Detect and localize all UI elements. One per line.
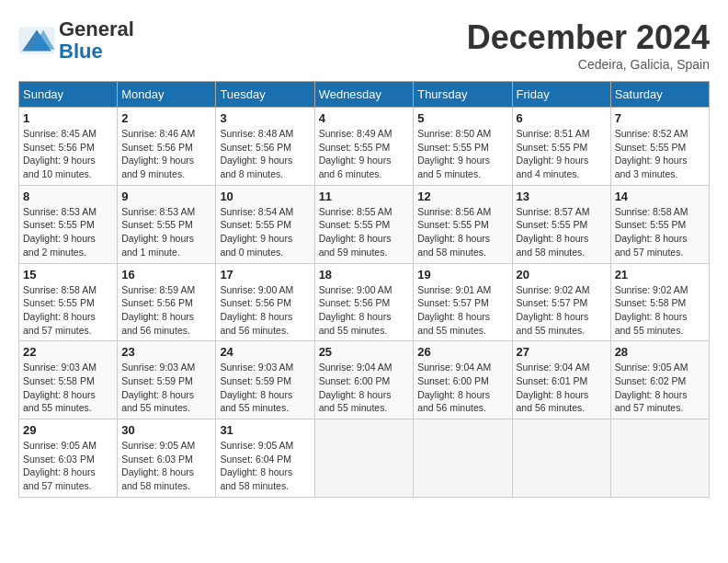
calendar-cell bbox=[610, 419, 709, 498]
calendar-cell: 12Sunrise: 8:56 AM Sunset: 5:55 PM Dayli… bbox=[414, 185, 512, 263]
day-info: Sunrise: 8:56 AM Sunset: 5:55 PM Dayligh… bbox=[417, 205, 507, 259]
calendar-cell: 10Sunrise: 8:54 AM Sunset: 5:55 PM Dayli… bbox=[216, 185, 314, 263]
calendar-cell: 9Sunrise: 8:53 AM Sunset: 5:55 PM Daylig… bbox=[118, 185, 216, 263]
calendar-header-row: SundayMondayTuesdayWednesdayThursdayFrid… bbox=[19, 82, 710, 108]
col-header-tuesday: Tuesday bbox=[216, 82, 314, 108]
day-number: 29 bbox=[23, 423, 113, 437]
day-info: Sunrise: 9:00 AM Sunset: 5:56 PM Dayligh… bbox=[319, 283, 410, 338]
day-number: 19 bbox=[417, 268, 507, 282]
day-info: Sunrise: 9:05 AM Sunset: 6:03 PM Dayligh… bbox=[23, 439, 113, 493]
logo: General Blue bbox=[18, 18, 134, 63]
col-header-monday: Monday bbox=[118, 82, 216, 108]
day-info: Sunrise: 9:04 AM Sunset: 6:01 PM Dayligh… bbox=[517, 361, 607, 415]
day-info: Sunrise: 9:04 AM Sunset: 6:00 PM Dayligh… bbox=[319, 361, 410, 415]
day-number: 25 bbox=[319, 345, 410, 359]
calendar-cell: 16Sunrise: 8:59 AM Sunset: 5:56 PM Dayli… bbox=[118, 263, 216, 341]
day-number: 10 bbox=[220, 190, 310, 203]
calendar-cell: 3Sunrise: 8:48 AM Sunset: 5:56 PM Daylig… bbox=[216, 108, 314, 186]
day-info: Sunrise: 9:03 AM Sunset: 5:59 PM Dayligh… bbox=[121, 361, 211, 415]
calendar-cell bbox=[512, 419, 610, 498]
logo-blue: Blue bbox=[59, 40, 103, 63]
col-header-saturday: Saturday bbox=[610, 82, 709, 108]
page-header: General Blue December 2024 Cedeira, Gali… bbox=[18, 18, 710, 72]
day-info: Sunrise: 8:49 AM Sunset: 5:55 PM Dayligh… bbox=[319, 127, 410, 181]
day-info: Sunrise: 8:52 AM Sunset: 5:55 PM Dayligh… bbox=[615, 127, 705, 181]
col-header-thursday: Thursday bbox=[414, 82, 512, 108]
calendar-cell: 25Sunrise: 9:04 AM Sunset: 6:00 PM Dayli… bbox=[314, 341, 414, 419]
calendar-cell: 18Sunrise: 9:00 AM Sunset: 5:56 PM Dayli… bbox=[314, 263, 414, 341]
col-header-wednesday: Wednesday bbox=[314, 82, 414, 108]
calendar-cell: 24Sunrise: 9:03 AM Sunset: 5:59 PM Dayli… bbox=[216, 341, 314, 419]
calendar-cell: 1Sunrise: 8:45 AM Sunset: 5:56 PM Daylig… bbox=[19, 108, 118, 186]
col-header-friday: Friday bbox=[512, 82, 610, 108]
day-number: 23 bbox=[121, 345, 211, 359]
calendar-cell bbox=[414, 419, 512, 498]
calendar-cell: 19Sunrise: 9:01 AM Sunset: 5:57 PM Dayli… bbox=[414, 263, 512, 341]
day-info: Sunrise: 9:02 AM Sunset: 5:57 PM Dayligh… bbox=[517, 283, 607, 338]
day-number: 16 bbox=[121, 268, 211, 282]
calendar-table: SundayMondayTuesdayWednesdayThursdayFrid… bbox=[18, 81, 710, 498]
calendar-cell: 21Sunrise: 9:02 AM Sunset: 5:58 PM Dayli… bbox=[610, 263, 709, 341]
day-number: 27 bbox=[517, 345, 607, 359]
calendar-cell bbox=[314, 419, 414, 498]
day-number: 22 bbox=[23, 345, 113, 359]
day-info: Sunrise: 9:04 AM Sunset: 6:00 PM Dayligh… bbox=[417, 361, 507, 415]
calendar-week-4: 22Sunrise: 9:03 AM Sunset: 5:58 PM Dayli… bbox=[19, 341, 710, 419]
col-header-sunday: Sunday bbox=[19, 82, 118, 108]
calendar-cell: 2Sunrise: 8:46 AM Sunset: 5:56 PM Daylig… bbox=[118, 108, 216, 186]
day-info: Sunrise: 9:03 AM Sunset: 5:58 PM Dayligh… bbox=[23, 361, 113, 415]
day-info: Sunrise: 9:02 AM Sunset: 5:58 PM Dayligh… bbox=[615, 283, 705, 338]
day-info: Sunrise: 9:05 AM Sunset: 6:04 PM Dayligh… bbox=[220, 439, 310, 493]
calendar-cell: 26Sunrise: 9:04 AM Sunset: 6:00 PM Dayli… bbox=[414, 341, 512, 419]
calendar-cell: 20Sunrise: 9:02 AM Sunset: 5:57 PM Dayli… bbox=[512, 263, 610, 341]
calendar-cell: 27Sunrise: 9:04 AM Sunset: 6:01 PM Dayli… bbox=[512, 341, 610, 419]
day-number: 6 bbox=[517, 111, 607, 125]
day-number: 21 bbox=[615, 268, 705, 282]
location: Cedeira, Galicia, Spain bbox=[467, 57, 710, 72]
calendar-cell: 29Sunrise: 9:05 AM Sunset: 6:03 PM Dayli… bbox=[19, 419, 118, 498]
day-number: 11 bbox=[319, 190, 410, 203]
day-info: Sunrise: 8:48 AM Sunset: 5:56 PM Dayligh… bbox=[220, 127, 310, 181]
day-info: Sunrise: 9:03 AM Sunset: 5:59 PM Dayligh… bbox=[220, 361, 310, 415]
calendar-cell: 31Sunrise: 9:05 AM Sunset: 6:04 PM Dayli… bbox=[216, 419, 314, 498]
day-info: Sunrise: 8:58 AM Sunset: 5:55 PM Dayligh… bbox=[615, 205, 705, 259]
day-info: Sunrise: 8:46 AM Sunset: 5:56 PM Dayligh… bbox=[121, 127, 211, 181]
day-info: Sunrise: 8:45 AM Sunset: 5:56 PM Dayligh… bbox=[23, 127, 113, 181]
calendar-cell: 5Sunrise: 8:50 AM Sunset: 5:55 PM Daylig… bbox=[414, 108, 512, 186]
day-number: 17 bbox=[220, 268, 310, 282]
calendar-cell: 15Sunrise: 8:58 AM Sunset: 5:55 PM Dayli… bbox=[19, 263, 118, 341]
calendar-cell: 14Sunrise: 8:58 AM Sunset: 5:55 PM Dayli… bbox=[610, 185, 709, 263]
calendar-week-5: 29Sunrise: 9:05 AM Sunset: 6:03 PM Dayli… bbox=[19, 419, 710, 498]
day-number: 3 bbox=[220, 111, 310, 125]
title-area: December 2024 Cedeira, Galicia, Spain bbox=[467, 18, 710, 72]
calendar-cell: 22Sunrise: 9:03 AM Sunset: 5:58 PM Dayli… bbox=[19, 341, 118, 419]
day-number: 7 bbox=[615, 111, 705, 125]
day-info: Sunrise: 8:53 AM Sunset: 5:55 PM Dayligh… bbox=[121, 205, 211, 259]
day-number: 1 bbox=[23, 111, 113, 125]
calendar-cell: 11Sunrise: 8:55 AM Sunset: 5:55 PM Dayli… bbox=[314, 185, 414, 263]
calendar-week-3: 15Sunrise: 8:58 AM Sunset: 5:55 PM Dayli… bbox=[19, 263, 710, 341]
day-info: Sunrise: 8:50 AM Sunset: 5:55 PM Dayligh… bbox=[417, 127, 507, 181]
calendar-week-1: 1Sunrise: 8:45 AM Sunset: 5:56 PM Daylig… bbox=[19, 108, 710, 186]
day-info: Sunrise: 9:00 AM Sunset: 5:56 PM Dayligh… bbox=[220, 283, 310, 338]
calendar-cell: 8Sunrise: 8:53 AM Sunset: 5:55 PM Daylig… bbox=[19, 185, 118, 263]
day-number: 30 bbox=[121, 423, 211, 437]
day-number: 12 bbox=[417, 190, 507, 203]
logo-general: General bbox=[59, 17, 134, 40]
day-info: Sunrise: 8:51 AM Sunset: 5:55 PM Dayligh… bbox=[517, 127, 607, 181]
calendar-cell: 6Sunrise: 8:51 AM Sunset: 5:55 PM Daylig… bbox=[512, 108, 610, 186]
day-number: 28 bbox=[615, 345, 705, 359]
day-number: 2 bbox=[121, 111, 211, 125]
day-info: Sunrise: 8:55 AM Sunset: 5:55 PM Dayligh… bbox=[319, 205, 410, 259]
calendar-cell: 4Sunrise: 8:49 AM Sunset: 5:55 PM Daylig… bbox=[314, 108, 414, 186]
day-number: 31 bbox=[220, 423, 310, 437]
calendar-cell: 7Sunrise: 8:52 AM Sunset: 5:55 PM Daylig… bbox=[610, 108, 709, 186]
day-number: 9 bbox=[121, 190, 211, 203]
day-number: 8 bbox=[23, 190, 113, 203]
calendar-week-2: 8Sunrise: 8:53 AM Sunset: 5:55 PM Daylig… bbox=[19, 185, 710, 263]
day-info: Sunrise: 9:01 AM Sunset: 5:57 PM Dayligh… bbox=[417, 283, 507, 338]
day-number: 24 bbox=[220, 345, 310, 359]
calendar-cell: 17Sunrise: 9:00 AM Sunset: 5:56 PM Dayli… bbox=[216, 263, 314, 341]
day-number: 18 bbox=[319, 268, 410, 282]
day-info: Sunrise: 8:54 AM Sunset: 5:55 PM Dayligh… bbox=[220, 205, 310, 259]
